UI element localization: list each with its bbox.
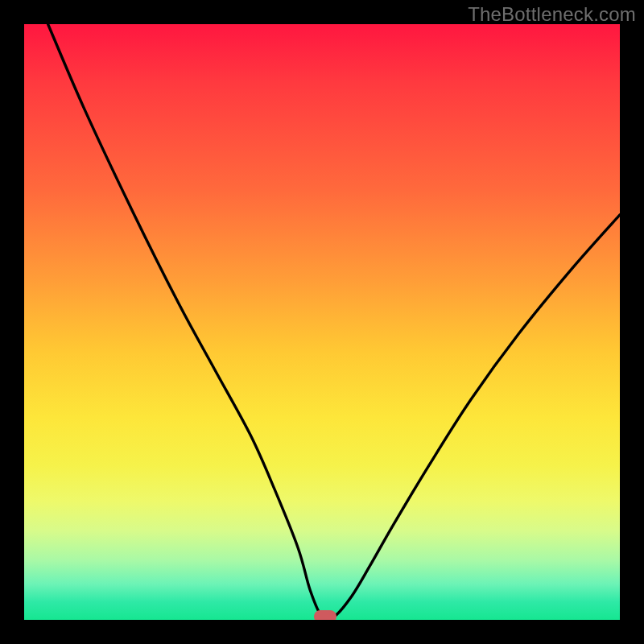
bottleneck-curve-path [48, 24, 620, 620]
chart-frame: TheBottleneck.com [0, 0, 644, 644]
optimum-marker [314, 610, 336, 620]
watermark-text: TheBottleneck.com [468, 3, 636, 26]
curve-svg [24, 24, 620, 620]
plot-area [24, 24, 620, 620]
